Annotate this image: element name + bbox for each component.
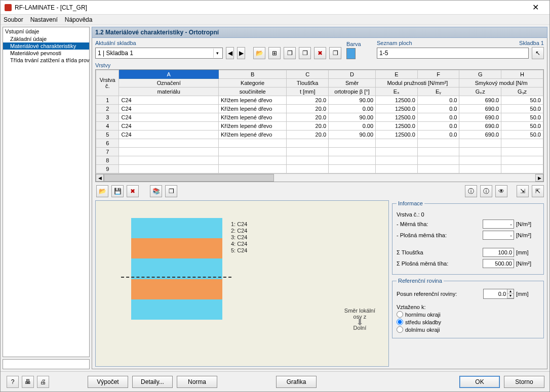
table-row-empty[interactable]: 9 <box>96 165 543 173</box>
col-D[interactable]: D <box>329 70 376 79</box>
cell-gxz[interactable]: 690.0 <box>459 122 501 130</box>
close-button[interactable]: ✕ <box>525 1 545 15</box>
menu-napoveda[interactable]: Nápověda <box>65 16 93 23</box>
cell-gyz[interactable]: 50.0 <box>501 105 543 113</box>
excel-button[interactable]: ⊞ <box>268 47 281 59</box>
cell-kat[interactable]: Křížem lepené dřevo <box>218 113 286 122</box>
radio-mid[interactable]: středu skladby <box>397 319 539 325</box>
cell-gxz[interactable]: 690.0 <box>459 113 501 122</box>
cell-ey[interactable]: 0.0 <box>417 105 459 113</box>
row-num[interactable]: 4 <box>96 122 119 130</box>
cell-kat[interactable]: Křížem lepené dřevo <box>218 105 286 113</box>
norma-button[interactable]: Norma <box>177 376 217 388</box>
cell-kat[interactable]: Křížem lepené dřevo <box>218 122 286 130</box>
cell-ey[interactable]: 0.0 <box>417 122 459 130</box>
table-row-empty[interactable]: 6 <box>96 139 543 148</box>
table-row[interactable]: 1C24Křížem lepené dřevo20.090.0012500.00… <box>96 96 543 105</box>
delete-row-button[interactable]: ✖ <box>127 185 139 197</box>
cell-gxz[interactable]: 690.0 <box>459 105 501 113</box>
cell-b[interactable]: 90.00 <box>329 130 376 139</box>
scroll-right-icon[interactable]: ▶ <box>535 174 543 182</box>
col-A[interactable]: A <box>119 70 218 79</box>
cell-gyz[interactable]: 50.0 <box>501 96 543 105</box>
cell-b[interactable]: 0.00 <box>329 105 376 113</box>
cell-ex[interactable]: 12500.0 <box>376 96 418 105</box>
help-button[interactable]: ? <box>7 376 19 388</box>
layers-table[interactable]: Vrstva č. A B C D E F G H <box>95 69 544 182</box>
extra-button[interactable]: ❐ <box>329 47 341 59</box>
nav-root[interactable]: Vstupní údaje <box>3 27 89 35</box>
grafika-button[interactable]: Grafika <box>276 376 317 388</box>
vypocet-button[interactable]: Výpočet <box>88 376 128 388</box>
storno-button[interactable]: Storno <box>504 376 544 388</box>
print-button[interactable]: 🖶 <box>22 376 34 388</box>
table-row[interactable]: 5C24Křížem lepené dřevo20.090.0012500.00… <box>96 130 543 139</box>
cell-mat[interactable]: C24 <box>119 122 218 130</box>
cell-ey[interactable]: 0.0 <box>417 130 459 139</box>
cell-ex[interactable]: 12500.0 <box>376 130 418 139</box>
row-num[interactable]: 7 <box>96 148 119 156</box>
cell-mat[interactable]: C24 <box>119 113 218 122</box>
open-row-button[interactable]: 📂 <box>96 185 108 197</box>
menu-soubor[interactable]: Soubor <box>4 16 23 23</box>
cell-mat[interactable]: C24 <box>119 130 218 139</box>
copy-row-button[interactable]: ❐ <box>165 185 177 197</box>
new-skladba-button[interactable]: 📂 <box>253 47 265 59</box>
cell-kat[interactable]: Křížem lepené dřevo <box>218 96 286 105</box>
delete-skladba-button[interactable]: ✖ <box>314 47 326 59</box>
cell-t[interactable]: 20.0 <box>287 105 329 113</box>
posun-spinner[interactable]: ▲▼ <box>483 289 514 299</box>
print2-button[interactable]: 🖨 <box>37 376 49 388</box>
radio-top-input[interactable] <box>397 311 403 318</box>
ok-button[interactable]: OK <box>459 376 500 388</box>
table-hscroll[interactable]: ◀ ▶ <box>96 173 543 182</box>
radio-mid-input[interactable] <box>397 319 403 325</box>
spin-down-icon[interactable]: ▼ <box>507 294 514 298</box>
radio-bot[interactable]: dolnímu okraji <box>397 326 539 333</box>
table-row-empty[interactable]: 8 <box>96 156 543 165</box>
nav-item-0[interactable]: Základní údaje <box>3 35 89 42</box>
library-button[interactable]: 📚 <box>150 185 162 197</box>
nav-item-1[interactable]: Materiálové charakteristiky <box>3 42 89 50</box>
table-row-empty[interactable]: 7 <box>96 148 543 156</box>
cell-b[interactable]: 0.00 <box>329 122 376 130</box>
detaily-button[interactable]: Detaily... <box>132 376 173 388</box>
prev-skladba-button[interactable]: ◀ <box>226 47 234 59</box>
col-E[interactable]: E <box>376 70 418 79</box>
radio-top[interactable]: hornímu okraji <box>397 311 539 318</box>
pick-surface-button[interactable]: ↖ <box>532 47 544 59</box>
cell-ey[interactable]: 0.0 <box>417 113 459 122</box>
cell-gxz[interactable]: 690.0 <box>459 130 501 139</box>
radio-bot-input[interactable] <box>397 326 403 333</box>
view-button[interactable]: 👁 <box>495 185 507 197</box>
col-H[interactable]: H <box>501 70 543 79</box>
cell-kat[interactable]: Křížem lepené dřevo <box>218 130 286 139</box>
export2-button[interactable]: ⇱ <box>532 185 544 197</box>
cell-mat[interactable]: C24 <box>119 105 218 113</box>
col-B[interactable]: B <box>218 70 286 79</box>
col-C[interactable]: C <box>287 70 329 79</box>
cell-b[interactable]: 90.00 <box>329 96 376 105</box>
skladba-combo[interactable]: 1 | Skladba 1 ▾ <box>95 48 223 59</box>
cell-gyz[interactable]: 50.0 <box>501 122 543 130</box>
nav-item-3[interactable]: Třída trvání zatížení a třída prov <box>3 57 89 64</box>
row-num[interactable]: 3 <box>96 113 119 122</box>
row-num[interactable]: 6 <box>96 139 119 148</box>
table-row[interactable]: 4C24Křížem lepené dřevo20.00.0012500.00.… <box>96 122 543 130</box>
scroll-left-icon[interactable]: ◀ <box>96 174 104 182</box>
color-swatch[interactable] <box>346 48 356 59</box>
col-F[interactable]: F <box>417 70 459 79</box>
cell-t[interactable]: 20.0 <box>287 113 329 122</box>
next-skladba-button[interactable]: ▶ <box>237 47 245 59</box>
export1-button[interactable]: ⇲ <box>517 185 529 197</box>
row-num[interactable]: 8 <box>96 156 119 165</box>
col-vrstva-header[interactable]: Vrstva č. <box>96 70 119 96</box>
spin-up-icon[interactable]: ▲ <box>507 289 514 294</box>
save-row-button[interactable]: 💾 <box>111 185 124 197</box>
skladba-link[interactable]: Skladba 1 <box>519 40 544 46</box>
scroll-thumb[interactable] <box>104 174 274 182</box>
cell-t[interactable]: 20.0 <box>287 130 329 139</box>
table-row[interactable]: 3C24Křížem lepené dřevo20.090.0012500.00… <box>96 113 543 122</box>
row-num[interactable]: 9 <box>96 165 119 173</box>
nav-item-2[interactable]: Materiálové pevnosti <box>3 50 89 57</box>
